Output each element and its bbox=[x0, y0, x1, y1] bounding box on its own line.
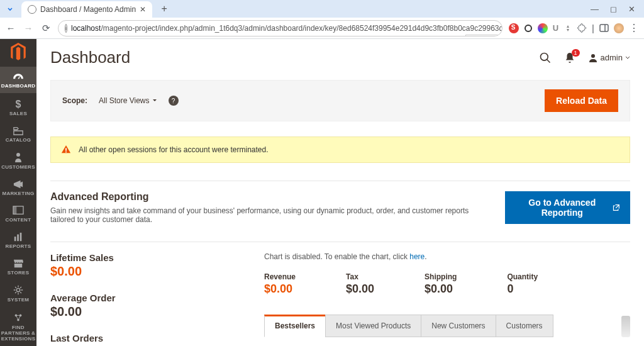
url-host: localhost bbox=[71, 24, 101, 33]
metric-revenue: Revenue $0.00 bbox=[264, 272, 296, 296]
sidebar-item-customers[interactable]: CUSTOMERS bbox=[0, 147, 36, 174]
lifetime-sales-stat: Lifetime Sales $0.00 bbox=[50, 252, 226, 279]
sidebar-label: STORES bbox=[8, 271, 30, 276]
minimize-icon[interactable]: — bbox=[591, 4, 599, 14]
browser-chrome: Dashboard / Magento Admin ✕ + — ◻ ✕ ← → … bbox=[0, 0, 644, 39]
ext-icon[interactable] bbox=[538, 23, 548, 33]
scope-label: Scope: bbox=[62, 96, 87, 105]
metric-tax: Tax $0.00 bbox=[346, 272, 374, 296]
scroll-hint bbox=[621, 316, 630, 337]
svg-rect-8 bbox=[17, 234, 19, 241]
sidebar-item-content[interactable]: CONTENT bbox=[0, 201, 36, 227]
sidebar-label: SYSTEM bbox=[8, 298, 30, 303]
dashboard-columns: Lifetime Sales $0.00 Average Order $0.00… bbox=[50, 252, 630, 346]
sidebar-label: SALES bbox=[9, 111, 27, 117]
page-header: Dashboard 1 admin bbox=[50, 48, 630, 67]
lifetime-sales-value: $0.00 bbox=[50, 264, 226, 279]
adv-title: Advanced Reporting bbox=[50, 191, 492, 203]
ext-icon[interactable]: S bbox=[509, 23, 519, 33]
profile-avatar[interactable] bbox=[614, 23, 624, 33]
ext-icon[interactable] bbox=[564, 24, 572, 33]
adv-desc: Gain new insights and take command of yo… bbox=[50, 206, 492, 224]
sidebar-item-marketing[interactable]: MARKETING bbox=[0, 174, 36, 201]
sidebar-item-sales[interactable]: $ SALES bbox=[0, 93, 36, 121]
metrics-row: Revenue $0.00 Tax $0.00 Shipping $0.00 Q… bbox=[264, 272, 630, 296]
scope-bar: Scope: All Store Views ? Reload Data bbox=[50, 80, 630, 121]
sidebar-label: REPORTS bbox=[6, 244, 31, 250]
sidebar-item-stores[interactable]: STORES bbox=[0, 254, 36, 280]
browser-tabbar: Dashboard / Magento Admin ✕ + — ◻ ✕ bbox=[0, 0, 644, 18]
menu-icon[interactable]: ⋮ bbox=[629, 22, 639, 34]
notification-badge: 1 bbox=[572, 49, 580, 57]
tab-close-icon[interactable]: ✕ bbox=[140, 5, 146, 14]
svg-text:$: $ bbox=[16, 99, 21, 109]
tab-new-customers[interactable]: New Customers bbox=[421, 315, 496, 337]
main-content: Dashboard 1 admin Scope: All Store Views bbox=[36, 39, 644, 346]
magento-logo[interactable] bbox=[10, 43, 26, 62]
extensions-icon[interactable] bbox=[577, 23, 587, 33]
sidebar-label: CATALOG bbox=[6, 138, 31, 143]
sidebar-item-catalog[interactable]: CATALOG bbox=[0, 121, 36, 147]
metric-quantity: Quantity 0 bbox=[507, 272, 538, 296]
ext-icon[interactable] bbox=[524, 24, 533, 33]
sidebar-item-partners[interactable]: FIND PARTNERS & EXTENSIONS bbox=[0, 307, 36, 345]
svg-rect-7 bbox=[14, 237, 16, 241]
svg-point-10 bbox=[16, 289, 19, 292]
reload-icon[interactable]: ⟳ bbox=[40, 23, 52, 34]
sidebar-item-system[interactable]: SYSTEM bbox=[0, 279, 36, 307]
reload-data-button[interactable]: Reload Data bbox=[545, 89, 618, 112]
forward-icon[interactable]: → bbox=[23, 23, 34, 33]
tooltip: minimize bbox=[465, 35, 501, 36]
tab-bestsellers[interactable]: Bestsellers bbox=[264, 315, 326, 337]
window-controls: — ◻ ✕ bbox=[591, 4, 644, 14]
sidebar-label: CONTENT bbox=[6, 218, 31, 223]
enable-chart-link[interactable]: here bbox=[409, 252, 425, 261]
svg-rect-6 bbox=[13, 206, 16, 214]
extensions-row: S U | ⋮ bbox=[509, 22, 639, 34]
sidebar-label: CUSTOMERS bbox=[1, 165, 35, 170]
sidebar-label: FIND PARTNERS & EXTENSIONS bbox=[0, 325, 36, 342]
url-path: /magento-project/index.php/admin_1t6dq3/… bbox=[101, 24, 502, 33]
last-orders-stat: Last Orders We couldn't find any records… bbox=[50, 333, 226, 346]
svg-point-4 bbox=[16, 153, 20, 157]
page-title: Dashboard bbox=[50, 48, 130, 67]
sidebar-item-dashboard[interactable]: DASHBOARD bbox=[0, 67, 36, 93]
svg-point-0 bbox=[525, 25, 531, 31]
site-info-icon[interactable]: i bbox=[65, 24, 67, 33]
scope-selector[interactable]: All Store Views bbox=[99, 96, 157, 105]
tab-title: Dashboard / Magento Admin bbox=[40, 5, 136, 14]
sidebar-item-reports[interactable]: REPORTS bbox=[0, 227, 36, 254]
maximize-icon[interactable]: ◻ bbox=[610, 4, 617, 14]
notifications-icon[interactable]: 1 bbox=[564, 52, 575, 64]
search-icon[interactable] bbox=[539, 52, 552, 64]
user-name: admin bbox=[601, 53, 623, 62]
sidebar-label: DASHBOARD bbox=[1, 84, 36, 89]
tab-most-viewed[interactable]: Most Viewed Products bbox=[325, 315, 421, 337]
svg-rect-9 bbox=[20, 233, 22, 241]
metric-shipping: Shipping $0.00 bbox=[425, 272, 457, 296]
svg-rect-17 bbox=[65, 148, 67, 150]
browser-tab[interactable]: Dashboard / Magento Admin ✕ bbox=[21, 1, 152, 18]
average-order-stat: Average Order $0.00 bbox=[50, 293, 226, 319]
sidebar-label: MARKETING bbox=[2, 191, 34, 197]
svg-line-15 bbox=[547, 59, 550, 62]
user-menu[interactable]: admin bbox=[588, 53, 630, 63]
chart-note: Chart is disabled. To enable the chart, … bbox=[264, 252, 630, 261]
tab-dropdown-icon[interactable] bbox=[4, 3, 16, 15]
tab-customers[interactable]: Customers bbox=[496, 315, 553, 337]
panel-icon[interactable] bbox=[599, 23, 609, 33]
help-icon[interactable]: ? bbox=[169, 96, 179, 106]
divider: | bbox=[592, 23, 594, 33]
close-window-icon[interactable]: ✕ bbox=[628, 4, 635, 14]
ext-icon[interactable]: U bbox=[553, 23, 558, 33]
address-bar: ← → ⟳ i localhost/magento-project/index.… bbox=[0, 18, 644, 39]
back-icon[interactable]: ← bbox=[5, 23, 16, 33]
svg-rect-18 bbox=[65, 152, 67, 153]
app: DASHBOARD $ SALES CATALOG CUSTOMERS MARK… bbox=[0, 39, 644, 346]
alert-banner: All other open sessions for this account… bbox=[50, 137, 630, 163]
go-to-advanced-reporting-button[interactable]: Go to Advanced Reporting bbox=[505, 191, 630, 224]
new-tab-button[interactable]: + bbox=[157, 2, 171, 16]
average-order-value: $0.00 bbox=[50, 304, 226, 319]
tab-content: We couldn't find any records. bbox=[264, 337, 630, 346]
url-field[interactable]: i localhost/magento-project/index.php/ad… bbox=[58, 20, 502, 36]
